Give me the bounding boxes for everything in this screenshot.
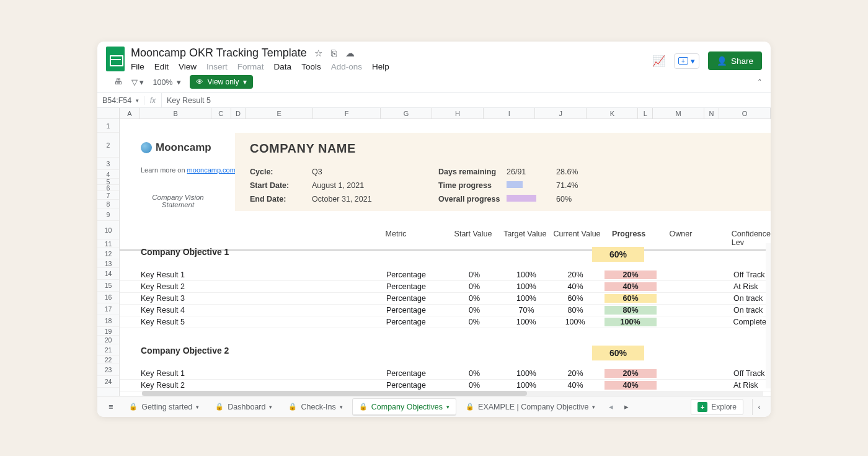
row-header-9[interactable]: 9 — [97, 208, 119, 221]
col-header-I[interactable]: I — [484, 108, 535, 118]
sheet-tab[interactable]: 🔒Getting started▾ — [123, 399, 205, 415]
col-header-J[interactable]: J — [535, 108, 587, 118]
col-header-L[interactable]: L — [638, 108, 653, 118]
col-header-K[interactable]: K — [587, 108, 638, 118]
mooncamp-link[interactable]: mooncamp.com — [187, 166, 236, 174]
col-header-C[interactable]: C — [211, 108, 231, 118]
menu-data[interactable]: Data — [274, 62, 292, 71]
explore-button[interactable]: + Explore — [691, 399, 743, 415]
key-result-row[interactable]: Key Result 1Percentage0%100%20%20%Off Tr… — [120, 368, 771, 380]
row-header-15[interactable]: 15 — [97, 280, 119, 292]
key-result-row[interactable]: Key Result 4Percentage0%70%80%80%On trac… — [120, 305, 771, 316]
menu-insert[interactable]: Insert — [206, 62, 228, 71]
overall-progress-label: Overall progress — [438, 195, 507, 203]
overall-progress-bar — [507, 195, 536, 202]
share-label: Share — [731, 56, 753, 66]
row-header-23[interactable]: 23 — [97, 364, 119, 376]
tab-scroll-left[interactable]: ◂ — [605, 402, 617, 411]
col-header-B[interactable]: B — [140, 108, 211, 118]
row-header-8[interactable]: 8 — [97, 200, 119, 208]
kr-progress: 20% — [604, 369, 657, 378]
cloud-status-icon[interactable]: ☁ — [345, 48, 355, 59]
key-result-row[interactable]: Key Result 2Percentage0%100%40%40%At Ris… — [120, 380, 771, 391]
sheet-tab[interactable]: 🔒Dashboard▾ — [209, 399, 278, 415]
sheet-tab[interactable]: 🔒Check-Ins▾ — [282, 399, 348, 415]
menu-edit[interactable]: Edit — [154, 62, 169, 71]
zoom-select[interactable]: 100% ▾ — [153, 78, 181, 87]
col-header-G[interactable]: G — [381, 108, 432, 118]
name-box[interactable]: B54:F54 ▾ — [97, 96, 144, 105]
row-header-4[interactable]: 4 — [97, 170, 119, 179]
col-header-A[interactable]: A — [120, 108, 141, 118]
row-header-10[interactable]: 10 — [97, 221, 119, 239]
row-header-19[interactable]: 19 — [97, 327, 119, 336]
share-button[interactable]: 👤 Share — [708, 51, 762, 70]
menu-format[interactable]: Format — [237, 62, 264, 71]
start-date-label: Start Date: — [250, 181, 312, 190]
row-header-22[interactable]: 22 — [97, 355, 119, 364]
star-icon[interactable]: ☆ — [314, 48, 322, 59]
key-result-row[interactable]: Key Result 2Percentage0%100%40%40%At Ris… — [120, 281, 771, 293]
row-header-17[interactable]: 17 — [97, 303, 119, 315]
row-header-6[interactable]: 6 — [97, 185, 119, 191]
row-header-7[interactable]: 7 — [97, 191, 119, 200]
sheet-tab[interactable]: 🔒EXAMPLE | Company Objective▾ — [459, 399, 601, 415]
col-header-F[interactable]: F — [313, 108, 381, 118]
menu-help[interactable]: Help — [372, 62, 389, 71]
row-header-1[interactable]: 1 — [97, 119, 119, 133]
collapse-toolbar-icon[interactable]: ˄ — [758, 78, 762, 87]
row-header-13[interactable]: 13 — [97, 259, 119, 268]
col-header-M[interactable]: M — [653, 108, 704, 118]
kr-current-value: 40% — [552, 381, 604, 390]
activity-icon[interactable]: 📈 — [652, 55, 665, 68]
move-icon[interactable]: ⎘ — [331, 48, 337, 59]
scrollbar-thumb[interactable] — [142, 391, 527, 396]
menu-add-ons[interactable]: Add-ons — [331, 62, 362, 71]
company-name-heading: COMPANY NAME — [250, 141, 356, 156]
sheets-logo-icon[interactable] — [106, 47, 125, 71]
col-header-N[interactable]: N — [704, 108, 719, 118]
row-header-14[interactable]: 14 — [97, 268, 119, 280]
filter-icon[interactable]: ▽ ▾ — [131, 78, 144, 87]
present-button[interactable]: + ▾ — [674, 53, 699, 69]
menu-tools[interactable]: Tools — [301, 62, 321, 71]
formula-input[interactable]: Key Result 5 — [162, 96, 771, 105]
document-title[interactable]: Mooncamp OKR Tracking Template — [131, 47, 307, 60]
col-header-E[interactable]: E — [246, 108, 313, 118]
print-icon[interactable]: 🖶 — [115, 78, 123, 86]
row-header-2[interactable]: 2 — [97, 133, 119, 158]
row-header-12[interactable]: 12 — [97, 248, 119, 259]
eye-icon: 👁 — [196, 78, 203, 86]
sheet-tabs-bar: ≡ 🔒Getting started▾🔒Dashboard▾🔒Check-Ins… — [97, 396, 771, 417]
menu-view[interactable]: View — [179, 62, 197, 71]
sheet-tab[interactable]: 🔒Company Objectives▾ — [353, 399, 456, 415]
col-header-O[interactable]: O — [719, 108, 771, 118]
row-header-21[interactable]: 21 — [97, 344, 119, 355]
menu-file[interactable]: File — [131, 62, 144, 71]
row-header-3[interactable]: 3 — [97, 158, 119, 170]
row-header-20[interactable]: 20 — [97, 336, 119, 344]
tab-scroll-right[interactable]: ▸ — [621, 402, 632, 411]
key-result-row[interactable]: Key Result 5Percentage0%100%100%100%Comp… — [120, 316, 771, 328]
all-sheets-button[interactable]: ≡ — [102, 399, 119, 415]
row-header-24[interactable]: 24 — [97, 376, 119, 388]
kr-name: Key Result 1 — [120, 270, 386, 279]
row-header-16[interactable]: 16 — [97, 292, 119, 303]
horizontal-scrollbar[interactable] — [142, 391, 763, 396]
row-header-18[interactable]: 18 — [97, 315, 119, 327]
time-progress-bar — [507, 181, 523, 188]
col-header-D[interactable]: D — [231, 108, 246, 118]
key-result-row[interactable]: Key Result 3Percentage0%100%60%60%On tra… — [120, 293, 771, 305]
col-start-value: Start Value — [447, 230, 499, 247]
objective-block: Company Objective 260%Key Result 1Percen… — [120, 346, 771, 391]
col-header-H[interactable]: H — [432, 108, 484, 118]
time-progress-pct: 71.4% — [556, 181, 578, 190]
show-side-panel[interactable]: ‹ — [752, 399, 766, 415]
view-only-badge[interactable]: 👁 View only ▾ — [190, 75, 252, 89]
chevron-down-icon: ▾ — [446, 404, 450, 410]
row-header-11[interactable]: 11 — [97, 239, 119, 248]
select-all-corner[interactable] — [97, 108, 120, 118]
vertical-scrollbar[interactable] — [766, 243, 771, 388]
spreadsheet-grid[interactable]: 123456789101112131415161718192021222324 … — [97, 119, 771, 396]
key-result-row[interactable]: Key Result 1Percentage0%100%20%20%Off Tr… — [120, 269, 771, 281]
